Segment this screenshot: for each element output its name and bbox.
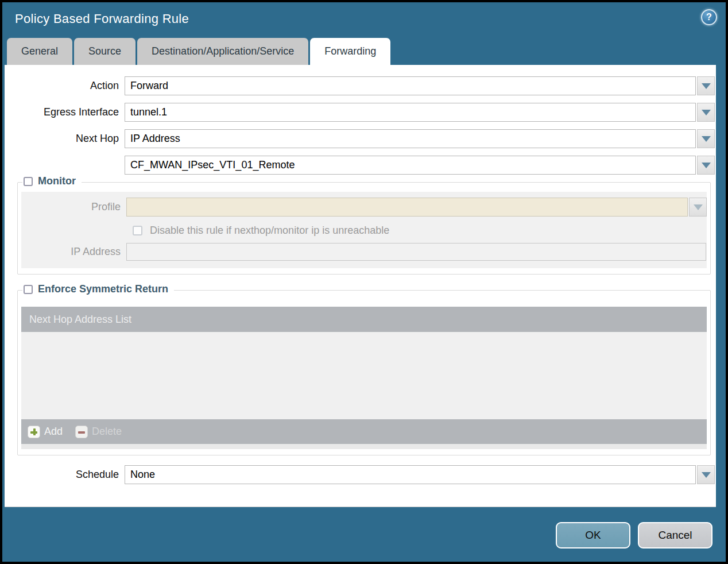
dialog-footer: OK Cancel [2,522,726,548]
plus-icon [28,426,40,438]
chevron-down-icon [702,472,711,478]
next-hop-address-row [5,156,715,175]
help-icon[interactable]: ? [701,9,717,25]
disable-rule-checkbox [133,226,142,235]
monitor-ip-address-input [126,243,706,261]
policy-based-forwarding-rule-dialog: Policy Based Forwarding Rule ? General S… [2,2,726,562]
add-button-label: Add [44,426,63,438]
chevron-down-icon [702,83,711,89]
next-hop-address-list-header: Next Hop Address List [21,307,707,332]
egress-interface-label: Egress Interface [5,103,119,122]
tab-destination-application-service[interactable]: Destination/Application/Service [137,38,308,65]
chevron-down-icon [702,110,711,115]
enforce-symmetric-return-checkbox[interactable] [24,285,33,294]
profile-combo [126,198,707,217]
schedule-input[interactable] [125,465,696,484]
action-combo [125,76,715,95]
dialog-titlebar: Policy Based Forwarding Rule ? [2,2,726,38]
disable-rule-label: Disable this rule if nexthop/monitor ip … [150,225,389,237]
egress-interface-dropdown-button[interactable] [697,103,715,122]
next-hop-address-list-table: Next Hop Address List Add Delete [21,307,707,449]
action-label: Action [5,76,119,95]
next-hop-type-input[interactable] [125,129,696,148]
chevron-down-icon [694,204,703,210]
profile-input [126,198,688,217]
minus-icon [75,426,88,438]
next-hop-address-combo [125,156,715,175]
enforce-symmetric-return-legend: Enforce Symmetric Return [22,283,174,295]
next-hop-combo [125,129,715,148]
next-hop-address-list-body [21,332,707,419]
schedule-dropdown-button[interactable] [697,465,715,484]
forwarding-tab-content: Action Egress Interface Next Hop [5,65,716,507]
next-hop-row: Next Hop [5,129,715,148]
add-button[interactable]: Add [28,426,63,438]
ok-button[interactable]: OK [556,522,630,548]
tab-bar: General Source Destination/Application/S… [2,38,726,65]
chevron-down-icon [702,136,711,142]
monitor-panel: Profile Disable this rule if nexthop/mon… [21,192,707,268]
disable-rule-row: Disable this rule if nexthop/monitor ip … [133,225,707,237]
delete-button: Delete [75,426,122,438]
profile-label: Profile [21,201,121,213]
monitor-legend-label: Monitor [38,175,76,187]
schedule-combo [125,465,715,484]
egress-interface-combo [125,103,715,122]
monitor-group: Monitor Profile Disable this rule if nex… [17,182,711,275]
next-hop-dropdown-button[interactable] [697,129,715,148]
egress-interface-row: Egress Interface [5,103,715,122]
help-glyph: ? [706,12,712,22]
schedule-row: Schedule [5,465,715,484]
next-hop-address-list-header-label: Next Hop Address List [29,314,131,326]
chevron-down-icon [702,163,711,168]
tab-general[interactable]: General [7,38,72,65]
monitor-legend: Monitor [22,175,82,187]
action-dropdown-button[interactable] [697,76,715,95]
monitor-ip-address-row: IP Address [21,243,707,261]
next-hop-address-list-toolbar: Add Delete [21,419,707,444]
action-input[interactable] [125,76,696,95]
action-row: Action [5,76,715,95]
dialog-title: Policy Based Forwarding Rule [15,11,189,26]
profile-row: Profile [21,198,707,217]
next-hop-address-dropdown-button[interactable] [697,156,715,175]
tab-source[interactable]: Source [74,38,135,65]
next-hop-address-input[interactable] [125,156,696,175]
table-scroll-strip [21,444,707,449]
monitor-ip-address-label: IP Address [21,246,121,258]
next-hop-label: Next Hop [5,129,119,148]
egress-interface-input[interactable] [125,103,696,122]
cancel-button[interactable]: Cancel [638,522,712,548]
monitor-checkbox[interactable] [24,177,33,186]
schedule-label: Schedule [5,465,119,484]
enforce-symmetric-return-group: Enforce Symmetric Return Next Hop Addres… [17,290,711,455]
profile-dropdown-button [689,198,707,217]
tab-forwarding[interactable]: Forwarding [310,38,390,65]
enforce-symmetric-return-legend-label: Enforce Symmetric Return [38,283,168,295]
delete-button-label: Delete [92,426,122,438]
